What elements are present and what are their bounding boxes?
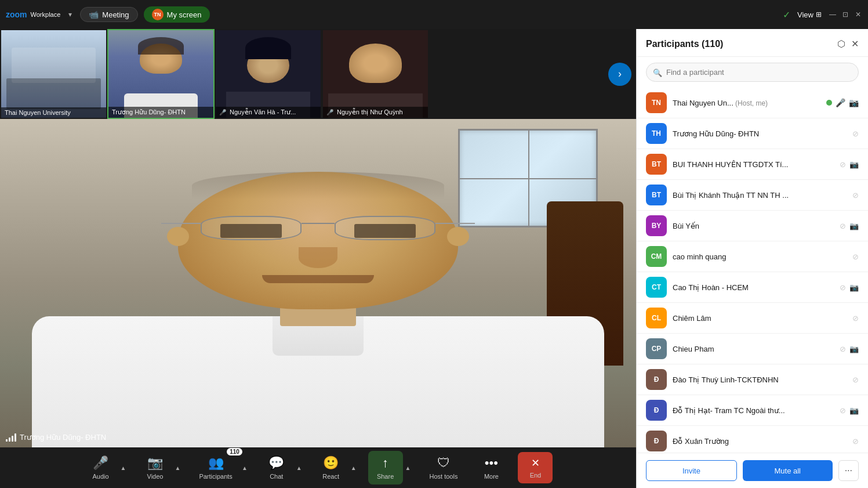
search-box: 🔍 [646, 63, 859, 82]
chat-button[interactable]: 💬 Chat [259, 451, 294, 485]
participant-avatar: Đ [646, 369, 667, 390]
panel-icons: ⬡ ✕ [837, 38, 859, 49]
thumbnail-1[interactable]: Thai Nguyen University [0, 29, 107, 119]
share-button[interactable]: ↑ Share [368, 451, 403, 485]
mic-muted-icon: ⊘ [852, 252, 859, 261]
video-chevron-icon: ▲ [175, 465, 180, 471]
participant-item[interactable]: CTCao Thị Hoàn - HCEM⊘📷 [637, 272, 868, 303]
participant-item[interactable]: CMcao minh quang⊘ [637, 241, 868, 272]
react-icon: 🙂 [323, 456, 339, 471]
end-group: ✕ End [513, 452, 557, 483]
bar-1 [6, 439, 8, 442]
thumbnail-3[interactable]: 🎤 Nguyễn Văn Hà - Trư... [215, 29, 322, 119]
participant-controls: ⊘ [852, 314, 859, 323]
screen-share-badge[interactable]: TN My screen [144, 6, 210, 23]
participant-avatar: BT [646, 154, 667, 175]
close-panel-button[interactable]: ✕ [851, 38, 859, 49]
react-button[interactable]: 🙂 React [314, 451, 348, 485]
bar-4 [14, 433, 16, 442]
react-expand-button[interactable]: ▲ [348, 462, 359, 473]
participant-item[interactable]: CLChiêm Lâm⊘ [637, 303, 868, 334]
more-button[interactable]: ••• More [474, 451, 509, 485]
thumb-label-1: Thai Nguyen University [1, 107, 106, 118]
signal-bars [6, 433, 16, 442]
participant-controls: ⊘ [852, 375, 859, 384]
participant-name: BUI THANH HUYỀN TTGDTX Tí... [673, 160, 834, 169]
meeting-badge[interactable]: 📹 Meeting [80, 7, 137, 22]
invite-button[interactable]: Invite [646, 460, 737, 481]
participant-item[interactable]: ĐĐỗ Thị Hạt- Tram TC Ngoài thư...⊘📷 [637, 395, 868, 426]
participant-controls: ⊘📷 [840, 160, 859, 169]
participant-controls: ⊘📷 [840, 345, 859, 353]
audio-group: 🎤 Audio ▲ [79, 451, 133, 485]
participant-name: Bùi Thị Khánh Thuận TT NN TH ... [673, 191, 847, 200]
participant-avatar: BT [646, 185, 667, 205]
bar-2 [9, 438, 10, 442]
react-group: 🙂 React ▲ [309, 451, 364, 485]
participant-item[interactable]: BYBùi Yến⊘📷 [637, 211, 868, 241]
participant-name: Chieu Pham [673, 345, 834, 353]
thumbnail-4[interactable]: 🎤 Nguyễn thị Như Quỳnh [322, 29, 429, 119]
more-label: More [484, 473, 499, 480]
cam-icon: 📷 [849, 222, 859, 230]
mute-all-button[interactable]: Mute all [743, 460, 833, 481]
mic-muted-icon: ⊘ [840, 406, 846, 415]
participants-icon: 👥 [208, 456, 224, 471]
participant-avatar: CP [646, 338, 667, 359]
panel-title-text: Participants [646, 39, 699, 49]
cam-icon: 📷 [849, 98, 859, 107]
chat-group: 💬 Chat ▲ [255, 451, 309, 485]
host-tools-button[interactable]: 🛡 Host tools [423, 451, 465, 485]
glasses-temple-left [161, 223, 201, 224]
view-button[interactable]: View ⊞ [797, 10, 822, 19]
participant-name: Đào Thị Thuỳ Linh-TCKTĐNHN [673, 375, 847, 384]
share-group: ↑ Share ▲ [364, 451, 418, 485]
participant-name: Cao Thị Hoàn - HCEM [673, 283, 834, 292]
participant-item[interactable]: ĐĐỗ Xuân Trường⊘ [637, 426, 868, 453]
search-input[interactable] [646, 63, 859, 82]
participant-item[interactable]: CPChieu Pham⊘📷 [637, 334, 868, 364]
mic-muted-icon: ⊘ [852, 375, 859, 384]
participant-name: Trương Hữu Dũng- ĐHTN [673, 129, 847, 138]
maximize-button[interactable]: ⊡ [841, 10, 849, 19]
participant-avatar: TH [646, 123, 667, 144]
audio-expand-button[interactable]: ▲ [118, 462, 129, 473]
zoom-dropdown-icon[interactable]: ▾ [66, 9, 74, 20]
panel-more-button[interactable]: ··· [838, 460, 859, 481]
participant-avatar: Đ [646, 400, 667, 421]
pop-out-button[interactable]: ⬡ [837, 38, 845, 49]
participant-avatar: Đ [646, 431, 667, 451]
share-expand-button[interactable]: ▲ [403, 462, 413, 473]
audio-button[interactable]: 🎤 Audio [83, 451, 118, 485]
video-expand-button[interactable]: ▲ [172, 462, 183, 473]
panel-count: (110) [702, 39, 723, 49]
thumbnail-2[interactable]: Trương Hữu Dũng- ĐHTN [107, 29, 215, 119]
chat-expand-button[interactable]: ▲ [294, 462, 304, 473]
main-video-label: Trương Hữu Dũng- ĐHTN [6, 433, 106, 442]
title-bar-right: ✓ View ⊞ — ⊡ ✕ [783, 9, 862, 20]
minimize-button[interactable]: — [829, 10, 837, 19]
participant-item[interactable]: BTBUI THANH HUYỀN TTGDTX Tí...⊘📷 [637, 149, 868, 180]
participants-button[interactable]: 👥 Participants [192, 451, 239, 485]
glasses-temple-right [435, 223, 475, 224]
mic-muted-icon: ⊘ [840, 283, 846, 292]
participant-item[interactable]: BTBùi Thị Khánh Thuận TT NN TH ...⊘ [637, 180, 868, 211]
end-button[interactable]: ✕ End [518, 452, 553, 483]
person-head [178, 172, 458, 310]
close-button[interactable]: ✕ [854, 10, 862, 19]
participant-avatar: TN [646, 92, 667, 113]
cam-icon: 📷 [849, 345, 859, 353]
participant-item[interactable]: THTrương Hữu Dũng- ĐHTN⊘ [637, 118, 868, 149]
camera-icon: 📷 [147, 456, 163, 471]
audio-chevron-icon: ▲ [121, 465, 126, 471]
participants-expand-button[interactable]: ▲ [239, 462, 250, 473]
participant-item[interactable]: TNThai Nguyen Un... (Host, me)🎤📷 [637, 88, 868, 118]
thumb-name-3: Nguyễn Văn Hà - Trư... [230, 109, 296, 115]
next-thumbnail-button[interactable]: › [608, 63, 631, 86]
participant-avatar: CT [646, 277, 667, 298]
end-label: End [530, 472, 542, 479]
participant-item[interactable]: ĐĐào Thị Thuỳ Linh-TCKTĐNHN⊘ [637, 364, 868, 395]
video-button[interactable]: 📷 Video [137, 451, 172, 485]
chat-chevron-icon: ▲ [296, 465, 302, 471]
chat-label: Chat [270, 473, 283, 480]
